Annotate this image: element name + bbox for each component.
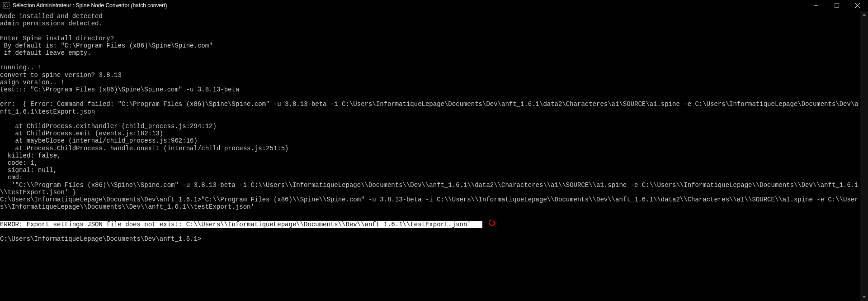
terminal-line: Node installed and detected [0,13,860,20]
terminal-line: asign version.. ! [0,79,860,86]
terminal-line: ERROR: Export settings JSON file does no… [0,218,860,228]
window-title: Sélection Administrateur : Spine Node Co… [13,2,806,9]
terminal-line: at Process.ChildProcess._handle.onexit (… [0,145,860,152]
content-area: Node installed and detectedadmin permiss… [0,11,868,301]
scroll-down-arrow[interactable] [860,293,868,301]
terminal-line [0,27,860,34]
terminal-line: err: { Error: Command failed: "C:\Progra… [0,100,860,115]
terminal-line: test::: "C:\Program Files (x86)\Spine\Sp… [0,86,860,93]
terminal-line [0,115,860,123]
terminal-line: '"C:\\Program Files (x86)\\Spine\\Spine.… [0,182,860,196]
app-icon: C:\ [3,2,10,9]
prompt-line[interactable]: C:\Users\InformatiqueLepage\Documents\De… [0,235,860,243]
maximize-button[interactable] [826,0,847,11]
terminal-line: By default is: "C:\Program Files (x86)\S… [0,42,860,49]
terminal-line: at ChildProcess.exithandler (child_proce… [0,123,860,130]
scroll-up-arrow[interactable] [860,11,868,19]
highlighted-error-text: ERROR: Export settings JSON file does no… [0,221,482,228]
titlebar[interactable]: C:\ Sélection Administrateur : Spine Nod… [0,0,868,11]
svg-rect-3 [835,3,839,8]
minimize-button[interactable] [806,0,826,11]
terminal-line: code: 1, [0,159,860,167]
terminal-output[interactable]: Node installed and detectedadmin permiss… [0,11,860,301]
terminal-line: running.. ! [0,64,860,71]
window-controls [806,0,868,11]
vertical-scrollbar[interactable] [860,11,868,301]
annotation-refresh-icon [488,219,496,229]
terminal-line [0,93,860,100]
terminal-line: admin permissions detected. [0,20,860,27]
terminal-line: C:\Users\InformatiqueLepage\Documents\De… [0,196,860,210]
terminal-line: killed: false, [0,152,860,159]
svg-text:C:\: C:\ [4,4,9,8]
console-window: C:\ Sélection Administrateur : Spine Nod… [0,0,868,301]
terminal-line [0,228,860,235]
terminal-line: if default leave empty. [0,49,860,57]
terminal-line: at ChildProcess.emit (events.js:182:13) [0,130,860,137]
terminal-line: convert to spine version? 3.8.13 [0,72,860,79]
terminal-line: Enter Spine install directory? [0,35,860,42]
terminal-line [0,210,860,218]
terminal-line: at maybeClose (internal/child_process.js… [0,137,860,144]
terminal-line [0,57,860,64]
terminal-line: cmd: [0,174,860,181]
terminal-line: signal: null, [0,167,860,174]
close-button[interactable] [847,0,868,11]
